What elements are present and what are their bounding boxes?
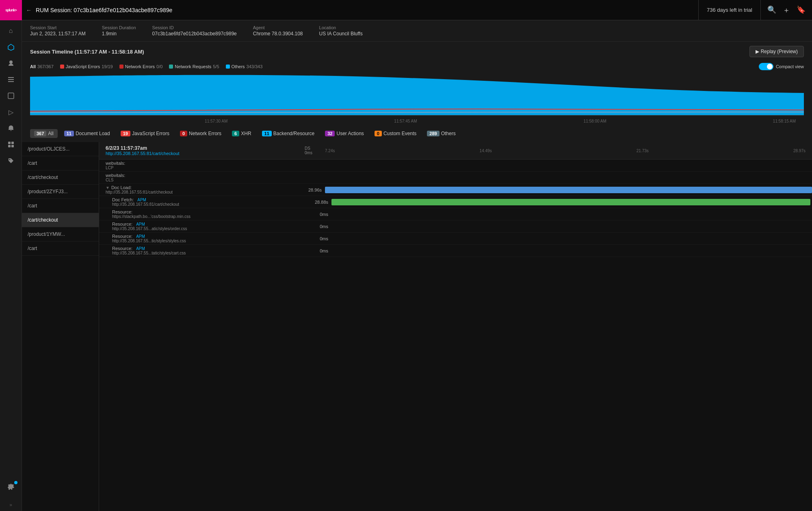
waterfall-url-header: 6/2/23 11:57:37am http://35.208.167.55:8… [106,145,305,156]
sidebar-item-logs[interactable] [3,72,19,87]
splunk-logo: splunk> [0,0,22,20]
timeline-title: Session Timeline (11:57:17 AM - 11:58:18… [30,49,144,55]
sidebar-item-dashboards[interactable] [3,137,19,152]
apm-badge-order: APM [136,222,145,226]
waterfall-row-lcp: webvitals: LCP [99,160,812,172]
sidebar-item-settings[interactable] [3,479,19,494]
bookmark-icon[interactable]: 🔖 [797,5,806,15]
session-start-value: Jun 2, 2023, 11:57:17 AM [30,31,86,37]
wf-duration-res-cart: 0ms [311,248,331,253]
replay-button[interactable]: ▶ Replay (Preview) [749,46,804,57]
session-agent-label: Agent [253,25,303,30]
wf-label-lcp: webvitals: LCP [106,161,305,170]
filter-all[interactable]: All 367/367 [30,64,54,69]
event-tab-xhr[interactable]: 6 XHR [228,129,255,138]
session-location-label: Location [319,25,363,30]
event-tab-neterrors[interactable]: 0 Network Errors [176,129,225,138]
page-item-3[interactable]: /product/2ZYFJ3... [22,185,99,199]
page-item-2[interactable]: /cart/checkout [22,170,99,185]
svg-point-1 [9,60,13,64]
session-header: Session Start Jun 2, 2023, 11:57:17 AM S… [22,20,812,42]
svg-marker-0 [8,44,14,50]
page-item-6[interactable]: /product/1YMW... [22,227,99,241]
session-location-value: US IA Council Bluffs [319,31,363,37]
timeline-header: Session Timeline (11:57:17 AM - 11:58:18… [30,46,804,57]
event-tab-others-count: 289 [427,131,439,136]
wf-label-res-styles: Resource: APM http://35.208.167.55...tic… [112,234,311,243]
add-icon[interactable]: ＋ [783,5,790,15]
apm-badge-styles: APM [136,234,145,239]
wf-bar-area-res-cart [331,248,812,254]
sidebar-expand-button[interactable]: » [9,499,12,511]
event-tab-customevents-label: Custom Events [383,131,416,136]
waterfall-row-cls: webvitals: CLS [99,172,812,184]
filter-others[interactable]: Others 343/343 [226,64,263,69]
toggle-switch[interactable] [759,63,773,70]
wf-duration-docfetch: 28.88s [311,200,331,205]
wf-label-res-order: Resource: APM http://35.208.167.55...ati… [112,222,311,231]
time-label-3: 11:58:00 AM [584,119,606,123]
time-label-1: 11:57:30 AM [205,119,227,123]
event-tab-others[interactable]: 289 Others [423,129,459,138]
main-content: Session Start Jun 2, 2023, 11:57:17 AM S… [22,20,812,511]
session-agent-field: Agent Chrome 78.0.3904.108 [253,25,303,37]
settings-badge [14,481,17,484]
session-duration-field: Session Duration 1.9min [102,25,136,37]
page-item-7[interactable]: /cart [22,241,99,256]
page-item-5[interactable]: /cart/checkout [22,213,99,227]
apm-badge-docfetch: APM [137,198,146,202]
wf-label-docload: ▼ Doc Load: http://35.208.167.55:81/cart… [106,185,305,194]
waterfall-header: 6/2/23 11:57:37am http://35.208.167.55:8… [99,142,812,160]
wf-duration-res-order: 0ms [311,224,331,229]
filter-network-errors[interactable]: Network Errors 0/0 [119,64,163,69]
back-button[interactable]: ← [22,7,36,13]
time-marker-2: 14.49s [480,149,492,153]
session-duration-label: Session Duration [102,25,136,30]
event-tab-useractions[interactable]: 32 User Actions [321,129,368,138]
time-axis: 11:57:30 AM 11:57:45 AM 11:58:00 AM 11:5… [30,117,804,125]
collapse-docload-arrow[interactable]: ▼ [106,185,110,190]
wf-bar-area-lcp [325,162,812,169]
svg-rect-2 [8,77,14,78]
sidebar-item-home[interactable]: ⌂ [3,24,19,38]
event-tab-xhr-label: XHR [241,131,251,136]
filter-network-errors-dot [119,65,123,69]
waterfall-ds-label: DS 0ms [305,146,325,155]
event-tab-customevents[interactable]: 0 Custom Events [370,129,421,138]
svg-rect-5 [8,93,14,99]
filter-network-requests[interactable]: Network Requests 5/5 [169,64,219,69]
svg-rect-7 [11,142,14,144]
wf-bar-docfetch [331,199,810,205]
sidebar-item-infrastructure[interactable] [3,56,19,71]
nav-icons: 🔍 ＋ 🔖 [761,5,812,15]
session-duration-value: 1.9min [102,31,117,37]
sidebar-item-apm[interactable] [3,40,19,54]
wf-duration-res-styles: 0ms [311,236,331,241]
page-item-4[interactable]: /cart [22,199,99,213]
filter-js-errors[interactable]: JavaScript Errors 19/19 [60,64,113,69]
compact-view-toggle[interactable]: Compact view [759,63,804,70]
event-tab-all[interactable]: 367 All [30,129,58,138]
event-tab-jserrors-count: 19 [121,131,130,136]
filter-row: All 367/367 JavaScript Errors 19/19 Netw… [30,60,804,73]
event-tab-backend[interactable]: 11 Backend/Resource [258,129,319,138]
page-item-0[interactable]: /product/OLJCES... [22,142,99,156]
sidebar-item-alerts[interactable] [3,121,19,136]
sidebar-item-synthetics[interactable]: ▷ [3,105,19,119]
wf-label-docfetch: Doc Fetch: APM http://35.208.167.55:81/c… [112,197,311,207]
page-item-1[interactable]: /cart [22,156,99,170]
event-tab-jserrors[interactable]: 19 JavaScript Errors [117,129,173,138]
session-id-value: 07c3b1ae6fd7e012b043acbe897c989e [152,31,237,37]
svg-rect-6 [8,142,11,144]
filter-network-requests-label: Network Requests [175,64,211,69]
sidebar-item-tag-spotlight[interactable] [3,153,19,168]
event-tabs: 367 All 11 Document Load 19 JavaScript E… [22,125,812,142]
wf-bar-area-docfetch [331,199,812,205]
event-tab-xhr-count: 6 [232,131,239,136]
event-tab-jserrors-label: JavaScript Errors [132,131,169,136]
search-icon[interactable]: 🔍 [767,5,776,15]
filter-js-errors-dot [60,65,64,69]
sidebar-item-rum[interactable] [3,88,19,103]
session-agent-value: Chrome 78.0.3904.108 [253,31,303,37]
event-tab-docload[interactable]: 11 Document Load [60,129,114,138]
